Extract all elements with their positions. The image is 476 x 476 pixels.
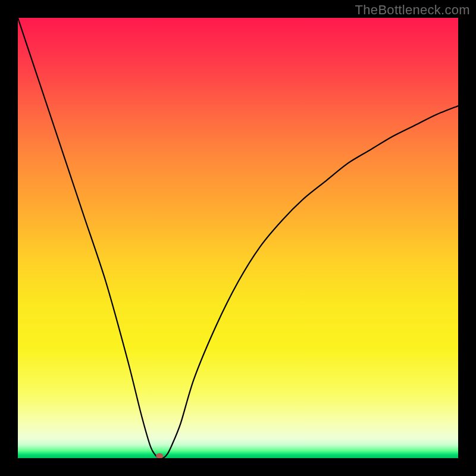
minimum-marker (156, 453, 163, 458)
plot-area (18, 18, 458, 458)
chart-frame: TheBottleneck.com (0, 0, 476, 476)
chart-svg (18, 18, 458, 458)
watermark-text: TheBottleneck.com (355, 2, 470, 18)
bottleneck-curve-line (18, 18, 458, 458)
